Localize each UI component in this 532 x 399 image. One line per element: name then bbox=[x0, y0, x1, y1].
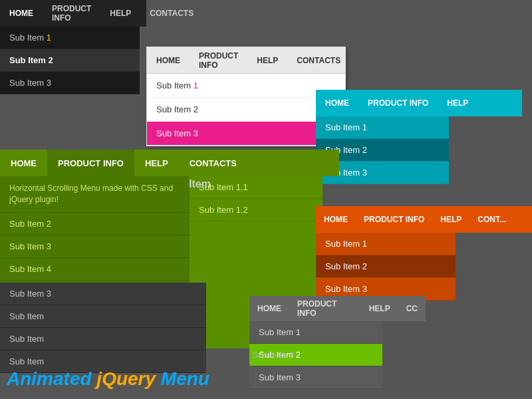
menu-dark: HOME PRODUCT INFO HELP CONTACTS Sub Item… bbox=[0, 0, 146, 94]
bottom-title: Animated jQuery Menu bbox=[7, 368, 209, 390]
menu6-navbar: HOME PRODUCT INFO HELP CC bbox=[249, 296, 426, 321]
menu1-nav-contacts[interactable]: CONTACTS bbox=[140, 0, 203, 27]
menu5-nav-help[interactable]: HELP bbox=[432, 206, 469, 233]
menu5-item-2[interactable]: Sub Item 2 bbox=[316, 255, 456, 278]
menu2-nav-contacts[interactable]: CONTACTS bbox=[287, 47, 350, 73]
menu5-dropdown: Sub Item 1 Sub Item 2 Sub Item 3 bbox=[316, 233, 456, 301]
menu4-nav-product[interactable]: PRODUCT INFO bbox=[47, 150, 134, 176]
menu5-navbar: HOME PRODUCT INFO HELP CONT... bbox=[316, 206, 532, 233]
menu5-nav-home[interactable]: HOME bbox=[316, 206, 356, 233]
menu7-subitems: Sub Item 3 Sub Item Sub Item Sub Item bbox=[0, 283, 206, 373]
menu7-item-b[interactable]: Sub Item bbox=[0, 328, 206, 350]
menu-teal: HOME PRODUCT INFO HELP Sub Item 1 Sub It… bbox=[316, 90, 522, 184]
menu4-nav-contacts[interactable]: CONTACTS bbox=[179, 150, 247, 176]
menu1-nav-product[interactable]: PRODUCT INFO bbox=[43, 0, 100, 27]
menu2-navbar: HOME PRODUCT INFO HELP CONTACTS bbox=[147, 47, 345, 74]
menu6-nav-product[interactable]: PRODUCT INFO bbox=[289, 296, 361, 321]
menu3-nav-home[interactable]: HOME bbox=[316, 90, 358, 116]
menu1-navbar: HOME PRODUCT INFO HELP CONTACTS bbox=[0, 0, 146, 27]
menu1-nav-home[interactable]: HOME bbox=[0, 0, 43, 27]
menu4-navbar: HOME PRODUCT INFO HELP CONTACTS bbox=[0, 150, 339, 176]
menu1-item-3[interactable]: Sub Item 3 bbox=[0, 72, 140, 94]
menu4-item-3[interactable]: Sub Item 3 bbox=[0, 235, 190, 258]
bottom-title-jquery: jQuery bbox=[96, 368, 156, 389]
menu-gray: HOME PRODUCT INFO HELP CC Sub Item 1 Sub… bbox=[249, 296, 426, 389]
menu7-item-a[interactable]: Sub Item bbox=[0, 305, 206, 328]
menu1-nav-help[interactable]: HELP bbox=[100, 0, 140, 27]
menu-orange: HOME PRODUCT INFO HELP CONT... Sub Item … bbox=[316, 206, 532, 301]
menu6-nav-help[interactable]: HELP bbox=[361, 296, 398, 321]
menu2-nav-home[interactable]: HOME bbox=[147, 47, 190, 73]
menu1-item-1[interactable]: Sub Item 1 bbox=[0, 27, 140, 49]
menu3-nav-product[interactable]: PRODUCT INFO bbox=[358, 90, 438, 116]
menu4-item-2[interactable]: Sub Item 2 bbox=[0, 213, 190, 235]
menu1-item-2[interactable]: Sub Item 2 bbox=[0, 49, 140, 72]
menu5-nav-cont[interactable]: CONT... bbox=[469, 206, 514, 233]
menu6-nav-home[interactable]: HOME bbox=[249, 296, 289, 321]
menu-bottom-left: Sub Item 3 Sub Item Sub Item Sub Item bbox=[0, 283, 206, 373]
center-item-label: Item bbox=[189, 178, 211, 190]
menu7-item-3[interactable]: Sub Item 3 bbox=[0, 283, 206, 305]
menu4-item-4[interactable]: Sub Item 4 bbox=[0, 258, 190, 281]
menu5-item-1[interactable]: Sub Item 1 bbox=[316, 233, 456, 255]
menu6-nav-cc[interactable]: CC bbox=[398, 296, 426, 321]
menu3-navbar: HOME PRODUCT INFO HELP bbox=[316, 90, 522, 116]
menu3-item-1[interactable]: Sub Item 1 bbox=[316, 116, 449, 139]
menu4-sub-item-1-2[interactable]: Sub Item 1.2 bbox=[190, 199, 323, 221]
menu1-dropdown: Sub Item 1 Sub Item 2 Sub Item 3 bbox=[0, 27, 140, 94]
sub-item-2-bottom: Sub Item 2 bbox=[252, 350, 294, 360]
menu2-nav-help[interactable]: HELP bbox=[247, 47, 287, 73]
menu6-item-3[interactable]: Sub Item 3 bbox=[249, 366, 382, 389]
menu5-nav-product[interactable]: PRODUCT INFO bbox=[356, 206, 432, 233]
menu4-nav-home[interactable]: HOME bbox=[0, 150, 47, 176]
menu4-info-text: Horizontal Scrolling Menu made with CSS … bbox=[0, 176, 190, 213]
menu2-nav-product[interactable]: PRODUCT INFO bbox=[190, 47, 247, 73]
menu4-nav-help[interactable]: HELP bbox=[134, 150, 179, 176]
menu3-nav-help[interactable]: HELP bbox=[438, 90, 477, 116]
menu6-item-1[interactable]: Sub Item 1 bbox=[249, 321, 382, 344]
